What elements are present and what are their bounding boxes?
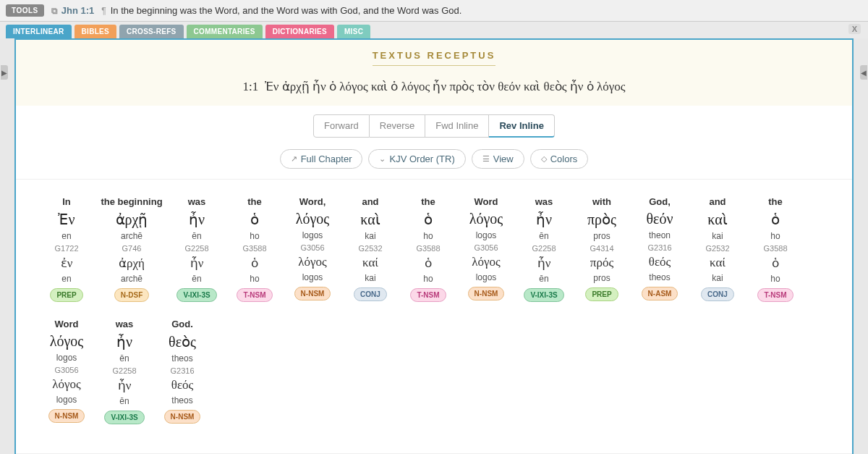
english-gloss: the [399, 194, 457, 209]
strongs-number: G3056 [457, 242, 515, 253]
parsing-tag[interactable]: PREP [50, 288, 82, 302]
word-column[interactable]: theὁhoG3588ὁhoT-NSM [399, 194, 457, 302]
greek-form: θεόν [631, 209, 689, 229]
word-column[interactable]: WordλόγοςlogosG3056λόγοςlogosN-NSM [38, 316, 95, 424]
greek-verse-line: 1:1 Ἐν ἀρχῇ ἦν ὁ λόγος καὶ ὁ λόγος ἦν πρ… [16, 79, 852, 94]
transliteration: ēn [95, 352, 153, 365]
english-gloss: Word, [284, 194, 341, 209]
word-column[interactable]: WordλόγοςlogosG3056λόγοςlogosN-NSM [457, 194, 515, 302]
word-column[interactable]: wasἦνēnG2258ἦνēnV-IXI-3S [515, 194, 573, 302]
parsing-tag[interactable]: V-IXI-3S [176, 288, 216, 302]
english-gloss: God, [631, 194, 689, 209]
expand-right-handle[interactable]: ◀ [860, 65, 867, 80]
lemma-translit: ēn [95, 395, 153, 408]
english-gloss: was [168, 194, 226, 209]
greek-form: ἦν [515, 209, 573, 230]
mode-forward[interactable]: Forward [313, 114, 370, 138]
mode-rev-inline[interactable]: Rev Inline [489, 114, 554, 138]
word-column[interactable]: wasἦνēnG2258ἦνēnV-IXI-3S [95, 316, 153, 424]
parsing-tag[interactable]: CONJ [701, 287, 734, 301]
lemma-greek: θεός [153, 377, 211, 394]
strongs-number: G3588 [399, 243, 457, 254]
mode-fwd-inline[interactable]: Fwd Inline [425, 114, 489, 138]
word-column[interactable]: Word,λόγοςlogosG3056λόγοςlogosN-NSM [284, 194, 341, 302]
greek-form: λόγος [457, 209, 515, 229]
tab-interlinear[interactable]: INTERLINEAR [6, 25, 72, 38]
view-button[interactable]: ☰ View [472, 149, 524, 169]
mode-reverse[interactable]: Reverse [370, 114, 425, 138]
word-column[interactable]: withπρὸςprosG4314πρόςprosPREP [573, 194, 631, 302]
tab-bibles[interactable]: BIBLES [75, 25, 116, 38]
english-gloss: was [515, 194, 573, 209]
parsing-tag[interactable]: T-NSM [410, 288, 446, 302]
word-column[interactable]: the beginningἀρχῇarchēG746ἀρχήarchēN-DSF [95, 194, 168, 302]
parsing-tag[interactable]: T-NSM [757, 288, 793, 302]
greek-form: ὁ [226, 209, 284, 230]
greek-text: Ἐν ἀρχῇ ἦν ὁ λόγος καὶ ὁ λόγος ἦν πρὸς τ… [265, 80, 626, 93]
reference-link[interactable]: ⧉ Jhn 1:1 [51, 5, 95, 16]
word-column[interactable]: andκαὶkaiG2532καίkaiCONJ [341, 194, 399, 302]
list-icon: ☰ [482, 154, 490, 164]
parsing-tag[interactable]: N-DSF [114, 288, 150, 302]
tools-button[interactable]: TOOLS [6, 4, 44, 17]
word-column[interactable]: InἘνenG1722ἐνenPREP [38, 194, 95, 302]
parsing-tag[interactable]: V-IXI-3S [524, 288, 563, 302]
parsing-tag[interactable]: N-NSM [48, 409, 85, 423]
textus-receptus-header: TEXTUS RECEPTUS 1:1 Ἐν ἀρχῇ ἦν ὁ λόγος κ… [16, 40, 852, 106]
transliteration: theos [153, 352, 211, 365]
strongs-number: G2532 [341, 243, 399, 254]
transliteration: ēn [168, 230, 226, 243]
word-column[interactable]: theὁhoG3588ὁhoT-NSM [226, 194, 284, 302]
word-column[interactable]: theὁhoG3588ὁhoT-NSM [746, 194, 804, 302]
transliteration: logos [284, 229, 341, 242]
greek-form: ὁ [399, 209, 457, 230]
tab-commentaries[interactable]: COMMENTARIES [187, 25, 263, 38]
word-column[interactable]: wasἦνēnG2258ἦνēnV-IXI-3S [168, 194, 226, 302]
full-chapter-button[interactable]: ↗ Full Chapter [280, 149, 363, 169]
parsing-tag[interactable]: CONJ [354, 287, 387, 301]
lemma-translit: kai [341, 272, 399, 285]
verse-text: In the beginning was the Word, and the W… [111, 5, 462, 16]
paragraph-icon: ¶ [101, 6, 106, 16]
greek-form: ἦν [95, 332, 153, 352]
parsing-tag[interactable]: N-NSM [468, 287, 505, 300]
reference-text: Jhn 1:1 [61, 5, 95, 16]
strongs-number: G3588 [226, 243, 284, 254]
word-column[interactable]: God.θεὸςtheosG2316θεόςtheosN-NSM [153, 316, 211, 424]
greek-form: ἀρχῇ [95, 209, 168, 230]
lemma-greek: ἦν [95, 377, 153, 395]
english-gloss: with [573, 194, 631, 209]
interlinear-words-area: InἘνenG1722ἐνenPREPthe beginningἀρχῇarch… [16, 180, 852, 453]
english-gloss: God. [153, 316, 211, 332]
word-column[interactable]: God,θεόνtheonG2316θεόςtheosN-ASM [631, 194, 689, 302]
tab-crossrefs[interactable]: CROSS-REFS [119, 25, 184, 38]
parsing-tag[interactable]: N-NSM [164, 410, 201, 424]
lemma-translit: ēn [515, 272, 573, 285]
tab-misc[interactable]: MISC [337, 25, 370, 38]
lemma-greek: ἀρχή [95, 254, 168, 272]
english-gloss: the beginning [95, 194, 168, 209]
lemma-greek: ὁ [746, 254, 804, 272]
tab-dictionaries[interactable]: DICTIONARIES [265, 25, 334, 38]
lemma-greek: λόγος [457, 253, 515, 271]
lemma-greek: ὁ [399, 254, 457, 272]
display-mode-tabs: Forward Reverse Fwd Inline Rev Inline [16, 106, 852, 146]
parsing-tag[interactable]: N-NSM [294, 287, 331, 300]
expand-left-handle[interactable]: ▶ [1, 65, 8, 80]
parsing-tag[interactable]: PREP [585, 287, 618, 301]
word-column[interactable]: andκαὶkaiG2532καίkaiCONJ [689, 194, 746, 302]
lemma-greek: καί [689, 254, 746, 272]
order-button[interactable]: ⌄ KJV Order (TR) [368, 149, 465, 169]
strongs-number: G2532 [689, 243, 746, 254]
lemma-translit: ho [226, 272, 284, 285]
options-row: ↗ Full Chapter ⌄ KJV Order (TR) ☰ View ◇… [16, 146, 852, 180]
close-panel-button[interactable]: X [848, 24, 861, 34]
parsing-tag[interactable]: N-ASM [642, 287, 678, 300]
lemma-translit: kai [689, 272, 746, 285]
colors-button[interactable]: ◇ Colors [530, 149, 589, 169]
transliteration: kai [689, 230, 746, 243]
parsing-tag[interactable]: T-NSM [237, 288, 272, 302]
lemma-translit: ho [746, 272, 804, 285]
parsing-tag[interactable]: V-IXI-3S [104, 411, 144, 424]
greek-form: λόγος [38, 332, 95, 351]
